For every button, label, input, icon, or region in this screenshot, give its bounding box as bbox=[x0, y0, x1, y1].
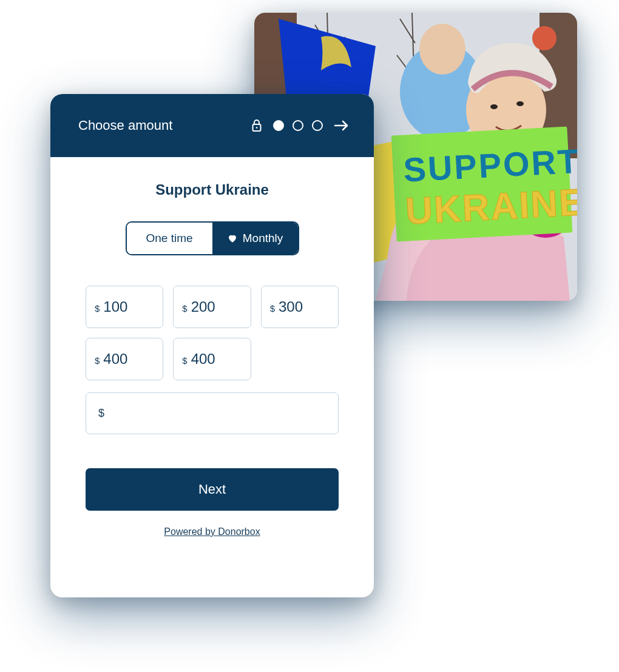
arrow-right-icon[interactable] bbox=[334, 119, 350, 132]
amount-value: 100 bbox=[103, 298, 127, 315]
frequency-one-time-button[interactable]: One time bbox=[127, 223, 212, 254]
amount-value: 300 bbox=[279, 298, 303, 315]
currency-symbol: $ bbox=[270, 303, 275, 314]
svg-point-6 bbox=[490, 104, 498, 109]
currency-symbol: $ bbox=[95, 355, 100, 366]
currency-symbol: $ bbox=[182, 303, 187, 314]
amount-option-400[interactable]: $400 bbox=[173, 338, 251, 380]
amount-value: 400 bbox=[103, 351, 127, 368]
donation-widget: Choose amount Support Ukrai bbox=[50, 94, 374, 597]
amount-option-400[interactable]: $400 bbox=[86, 338, 163, 380]
amount-grid: $100$200$300$400$400 bbox=[86, 286, 339, 380]
step-dot-2 bbox=[293, 120, 303, 131]
lock-icon bbox=[251, 119, 262, 132]
heart-icon bbox=[227, 233, 238, 244]
currency-symbol: $ bbox=[98, 407, 104, 420]
svg-point-4 bbox=[419, 24, 465, 75]
frequency-toggle: One time Monthly bbox=[126, 221, 299, 255]
header-title: Choose amount bbox=[78, 118, 172, 133]
step-indicator bbox=[273, 120, 323, 131]
currency-symbol: $ bbox=[182, 355, 187, 366]
amount-value: 200 bbox=[191, 298, 215, 315]
next-button[interactable]: Next bbox=[86, 468, 339, 511]
campaign-title: Support Ukraine bbox=[86, 181, 339, 198]
amount-option-200[interactable]: $200 bbox=[173, 286, 251, 328]
step-dot-1 bbox=[273, 120, 284, 131]
custom-amount-field[interactable]: $ bbox=[86, 392, 339, 434]
custom-amount-input[interactable] bbox=[110, 406, 326, 420]
amount-value: 400 bbox=[191, 351, 215, 368]
step-dot-3 bbox=[312, 120, 323, 131]
amount-option-100[interactable]: $100 bbox=[86, 286, 163, 328]
frequency-monthly-label: Monthly bbox=[243, 232, 283, 245]
svg-point-13 bbox=[256, 127, 258, 129]
svg-point-7 bbox=[516, 101, 524, 106]
amount-option-300[interactable]: $300 bbox=[261, 286, 339, 328]
powered-by-link[interactable]: Powered by Donorbox bbox=[86, 526, 339, 537]
svg-point-8 bbox=[532, 26, 556, 50]
currency-symbol: $ bbox=[95, 303, 100, 314]
sign-text-line2: UKRAINE bbox=[404, 181, 577, 232]
widget-header: Choose amount bbox=[50, 94, 374, 157]
frequency-monthly-button[interactable]: Monthly bbox=[212, 223, 298, 254]
frequency-one-time-label: One time bbox=[146, 232, 192, 245]
